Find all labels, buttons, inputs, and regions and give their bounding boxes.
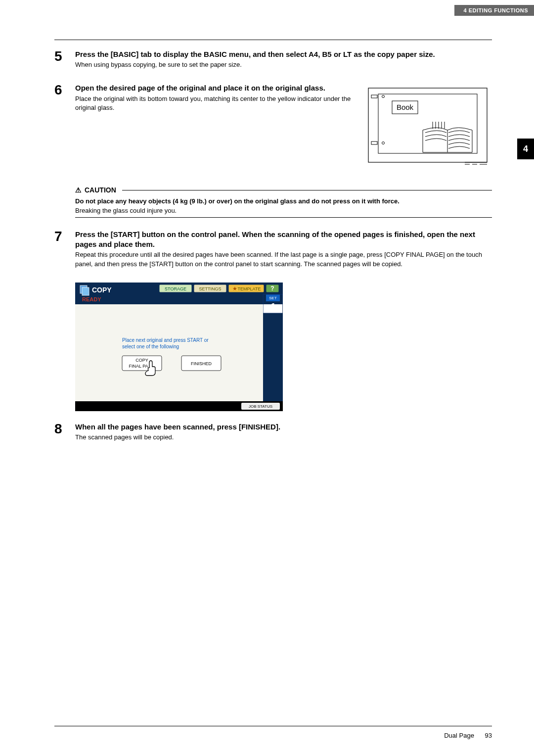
star-icon: ★ [232,285,237,291]
step-6-desc: Place the original with its bottom towar… [75,94,354,112]
step-8-title: When all the pages have been scanned, pr… [75,422,492,432]
tab-settings: SETTINGS [199,286,221,291]
panel-status: READY [82,296,101,302]
step-6-title: Open the desired page of the original an… [75,83,354,93]
step-5-number: 5 [54,49,75,69]
step-8-number: 8 [54,422,75,442]
svg-rect-2 [371,95,377,98]
svg-rect-4 [371,142,377,144]
caution-bold-text: Do not place any heavy objects (4 kg (9 … [75,197,492,206]
svg-rect-27 [263,313,283,401]
step-6-number: 6 [54,83,75,172]
caution-bottom-rule [75,217,492,218]
book-on-glass-illustration: Book [363,83,492,172]
content: 5 Press the [BASIC] tab to display the B… [54,49,492,456]
caution-label: CAUTION [85,186,116,194]
panel-title: COPY [92,286,112,294]
step-8-desc: The scanned pages will be copied. [75,433,492,442]
step-8: 8 When all the pages have been scanned, … [54,422,492,442]
tab-storage: STORAGE [165,286,186,291]
footer: Dual Page 93 [444,732,492,739]
panel-btn-copy-final-line1: COPY [135,358,148,363]
header-rule [54,40,492,40]
panel-job-status: JOB STATUS [249,404,272,409]
footer-page-number: 93 [485,732,492,739]
panel-btn-copy-final-line2: FINAL PA [129,364,148,369]
step-5: 5 Press the [BASIC] tab to display the B… [54,49,492,69]
step-7-number: 7 [54,230,75,269]
book-label: Book [397,103,414,111]
step-6: 6 Open the desired page of the original … [54,83,492,172]
help-icon: ? [270,285,274,292]
chapter-tab: 4 [517,139,534,159]
caution-block: ⚠ CAUTION Do not place any heavy objects… [75,186,492,218]
tab-template: TEMPLATE [238,286,261,291]
step-5-desc: When using bypass copying, be sure to se… [75,60,492,69]
set-label: SET [269,296,277,300]
footer-title: Dual Page [444,732,474,739]
panel-prompt-1: Place next original and press START or [122,337,209,343]
step-5-title: Press the [BASIC] tab to display the BAS… [75,49,492,59]
step-7-desc: Repeat this procedure until all the desi… [75,250,492,268]
caution-sub-text: Breaking the glass could injure you. [75,207,492,214]
svg-rect-19 [82,287,89,295]
header-section: 4 EDITING FUNCTIONS [454,5,534,16]
svg-rect-26 [75,304,263,401]
step-7: 7 Press the [START] button on the contro… [54,230,492,269]
step-7-title: Press the [START] button on the control … [75,230,492,250]
panel-btn-finished: FINISHED [191,361,212,366]
panel-prompt-2: select one of the following [122,344,179,349]
touch-panel-illustration: COPY STORAGE SETTINGS ★ TEMPLATE ? READY… [75,283,283,411]
set-value: 1 [270,301,276,312]
footer-rule [54,726,492,726]
warning-icon: ⚠ [75,186,82,194]
